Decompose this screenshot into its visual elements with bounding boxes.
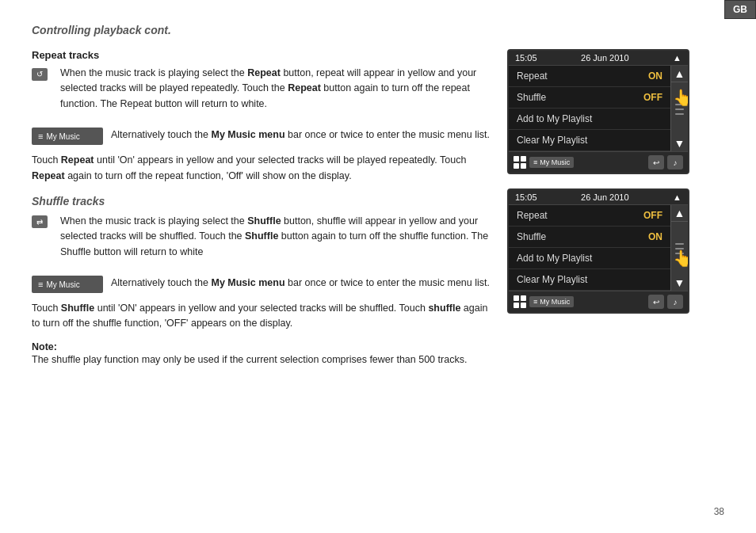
device-ui-1: 15:05 26 Jun 2010 ▲ Repeat ON Shuffle OF… [507, 49, 697, 174]
device2-add-playlist-label: Add to My Playlist [517, 253, 592, 264]
shuffle-para1: When the music track is playing select t… [60, 214, 491, 260]
gb-badge: GB [724, 0, 756, 19]
scroll-line3 [675, 113, 684, 115]
device1-footer: ≡ My Music ↩ ♪ [509, 151, 688, 173]
grid-cell-2 [521, 156, 526, 162]
scroll-line4 [675, 243, 684, 245]
device2-date: 26 Jun 2010 [581, 192, 629, 202]
page-title: Controlling playback cont. [32, 24, 724, 36]
device1-menu: Repeat ON Shuffle OFF 👆 Add to My Playli… [509, 66, 670, 151]
device1-scrollbar[interactable]: ▲ ▼ [670, 66, 688, 151]
device1-repeat-value: ON [648, 70, 662, 82]
device2-footer-menu-bar[interactable]: ≡ My Music [529, 296, 574, 307]
scroll-line1 [675, 104, 684, 105]
device2-shuffle-label: Shuffle [517, 231, 546, 242]
repeat-para2: Touch Repeat until 'On' appears in yello… [32, 153, 491, 184]
repeat-para1: When the music track is playing select t… [60, 66, 491, 112]
device2-scroll-up[interactable]: ▲ [671, 205, 688, 222]
footer-menu-lines-icon-1: ≡ [533, 158, 537, 166]
page-number: 38 [714, 506, 724, 517]
device1-time: 15:05 [515, 53, 537, 63]
device2-menu: Repeat OFF Shuffle ON Add to My Playlist… [509, 205, 670, 291]
repeat-my-music-bar[interactable]: ≡ My Music [32, 128, 103, 145]
repeat-my-music-label: My Music [46, 132, 79, 141]
device-screen-2: 15:05 26 Jun 2010 ▲ Repeat OFF Shuffle O… [507, 188, 689, 314]
device2-scroll-down[interactable]: ▼ [671, 275, 688, 291]
device2-body: Repeat OFF Shuffle ON Add to My Playlist… [509, 205, 688, 291]
device2-time: 15:05 [515, 192, 537, 202]
device2-repeat-label: Repeat [517, 210, 548, 221]
device1-add-playlist-item[interactable]: Add to My Playlist [509, 109, 670, 130]
device2-scroll-middle [671, 222, 688, 275]
device-ui-2: 15:05 26 Jun 2010 ▲ Repeat OFF Shuffle O… [507, 188, 697, 314]
device1-add-playlist-label: Add to My Playlist [517, 113, 592, 124]
device1-scroll-down[interactable]: ▼ [671, 135, 688, 151]
device2-header: 15:05 26 Jun 2010 ▲ [509, 190, 688, 205]
left-column: Repeat tracks ↺ When the music track is … [32, 49, 491, 375]
device1-shuffle-value: OFF [643, 92, 662, 103]
device2-clear-playlist-label: Clear My Playlist [517, 274, 587, 285]
repeat-icon: ↺ [32, 68, 48, 81]
device1-footer-left: ≡ My Music [514, 156, 574, 169]
menu-lines-icon: ≡ [38, 131, 43, 141]
device2-footer-buttons: ↩ ♪ [648, 295, 683, 309]
device1-footer-menu-bar[interactable]: ≡ My Music [529, 157, 574, 168]
shuffle-intro-row: ⇄ When the music track is playing select… [32, 214, 491, 268]
grid-cell-4 [521, 163, 526, 169]
grid-cell-6 [521, 295, 526, 301]
device2-repeat-value: OFF [643, 210, 662, 221]
repeat-section-title: Repeat tracks [32, 49, 491, 61]
right-column: 15:05 26 Jun 2010 ▲ Repeat ON Shuffle OF… [507, 49, 697, 375]
device2-volume-button[interactable]: ♪ [667, 295, 683, 309]
repeat-menubar-row: ≡ My Music Alternatively touch the My Mu… [32, 128, 491, 145]
scroll-line5 [675, 248, 684, 249]
shuffle-icon: ⇄ [32, 215, 48, 228]
shuffle-menubar-row: ≡ My Music Alternatively touch the My Mu… [32, 276, 491, 293]
device2-shuffle-item[interactable]: Shuffle ON [509, 227, 670, 248]
grid-cell-3 [514, 163, 519, 169]
grid-cell-8 [521, 303, 526, 308]
device1-footer-label: My Music [540, 158, 570, 166]
device1-volume-button[interactable]: ♪ [667, 155, 683, 169]
device1-scroll-middle [671, 82, 688, 135]
device2-footer: ≡ My Music ↩ ♪ [509, 291, 688, 312]
grid-icon-2 [514, 295, 526, 308]
grid-cell-7 [514, 303, 519, 308]
grid-cell-1 [514, 156, 519, 162]
device1-clear-playlist-item[interactable]: Clear My Playlist [509, 130, 670, 151]
shuffle-section-title: Shuffle tracks [32, 195, 491, 207]
device2-clear-playlist-item[interactable]: Clear My Playlist [509, 269, 670, 291]
note-text: The shuffle play function may only be us… [32, 352, 491, 367]
shuffle-my-music-label: My Music [46, 280, 79, 289]
device1-repeat-label: Repeat [517, 70, 548, 82]
device2-shuffle-value: ON [648, 231, 662, 242]
repeat-menu-alt-text: Alternatively touch the My Music menu ba… [111, 128, 490, 143]
device-screen-1: 15:05 26 Jun 2010 ▲ Repeat ON Shuffle OF… [507, 49, 689, 174]
device1-date: 26 Jun 2010 [581, 53, 629, 63]
device1-clear-playlist-label: Clear My Playlist [517, 135, 587, 146]
device2-back-button[interactable]: ↩ [648, 295, 664, 309]
menu-lines-icon2: ≡ [38, 280, 43, 289]
shuffle-para2: Touch Shuffle until 'ON' appears in yell… [32, 301, 491, 332]
note-title: Note: [32, 341, 491, 352]
device1-body: Repeat ON Shuffle OFF 👆 Add to My Playli… [509, 66, 688, 151]
footer-menu-lines-icon-2: ≡ [533, 298, 537, 306]
device2-wifi-icon: ▲ [673, 192, 682, 202]
device1-header: 15:05 26 Jun 2010 ▲ [509, 51, 688, 66]
device1-shuffle-label: Shuffle [517, 92, 546, 103]
device2-repeat-item[interactable]: Repeat OFF [509, 205, 670, 227]
device1-scroll-up[interactable]: ▲ [671, 66, 688, 82]
device1-wifi-icon: ▲ [673, 53, 682, 63]
device2-scrollbar[interactable]: ▲ ▼ [670, 205, 688, 291]
device1-footer-buttons: ↩ ♪ [648, 155, 683, 169]
device2-footer-left: ≡ My Music [514, 295, 574, 308]
shuffle-my-music-bar[interactable]: ≡ My Music [32, 276, 103, 293]
note-section: Note: The shuffle play function may only… [32, 341, 491, 367]
grid-cell-5 [514, 295, 519, 301]
grid-icon-1 [514, 156, 526, 169]
device2-footer-label: My Music [540, 298, 570, 306]
device1-shuffle-item[interactable]: Shuffle OFF 👆 [509, 87, 670, 109]
device1-back-button[interactable]: ↩ [648, 155, 664, 169]
device2-add-playlist-item[interactable]: Add to My Playlist 👆 [509, 248, 670, 269]
device1-repeat-item[interactable]: Repeat ON [509, 66, 670, 87]
